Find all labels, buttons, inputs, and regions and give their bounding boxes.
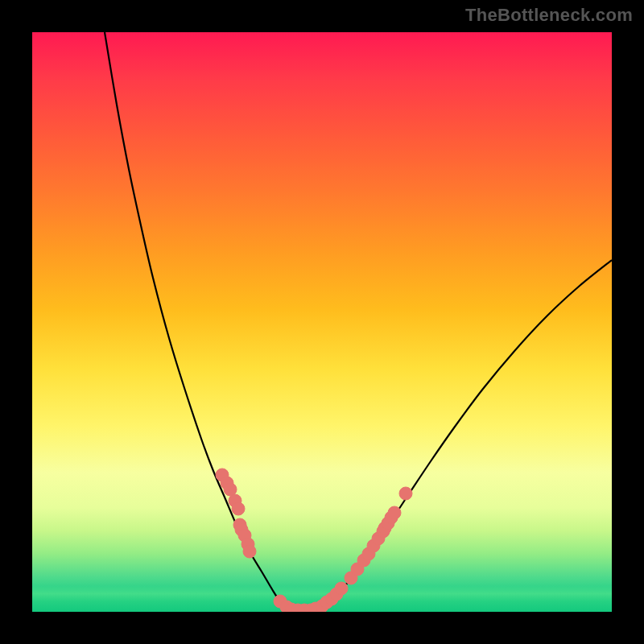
background-gradient	[32, 32, 612, 612]
plot-area	[32, 32, 612, 612]
chart-frame: TheBottleneck.com	[0, 0, 644, 644]
green-zone-strip	[32, 586, 612, 612]
attribution-text: TheBottleneck.com	[465, 5, 633, 26]
